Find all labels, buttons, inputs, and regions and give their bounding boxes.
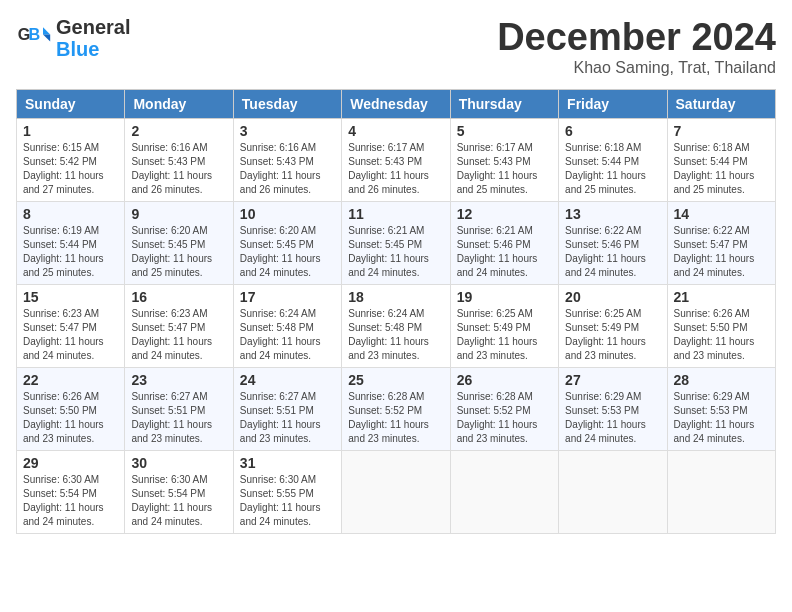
day-info: Sunrise: 6:30 AM Sunset: 5:54 PM Dayligh…: [23, 473, 118, 529]
day-number: 17: [240, 289, 335, 305]
col-monday: Monday: [125, 90, 233, 119]
day-info: Sunrise: 6:16 AM Sunset: 5:43 PM Dayligh…: [240, 141, 335, 197]
day-number: 18: [348, 289, 443, 305]
day-number: 26: [457, 372, 552, 388]
day-info: Sunrise: 6:28 AM Sunset: 5:52 PM Dayligh…: [457, 390, 552, 446]
calendar-header-row: Sunday Monday Tuesday Wednesday Thursday…: [17, 90, 776, 119]
table-row: [667, 451, 775, 534]
table-row: 9Sunrise: 6:20 AM Sunset: 5:45 PM Daylig…: [125, 202, 233, 285]
day-info: Sunrise: 6:30 AM Sunset: 5:55 PM Dayligh…: [240, 473, 335, 529]
day-number: 14: [674, 206, 769, 222]
day-info: Sunrise: 6:20 AM Sunset: 5:45 PM Dayligh…: [131, 224, 226, 280]
table-row: 6Sunrise: 6:18 AM Sunset: 5:44 PM Daylig…: [559, 119, 667, 202]
table-row: 23Sunrise: 6:27 AM Sunset: 5:51 PM Dayli…: [125, 368, 233, 451]
table-row: 1Sunrise: 6:15 AM Sunset: 5:42 PM Daylig…: [17, 119, 125, 202]
table-row: 30Sunrise: 6:30 AM Sunset: 5:54 PM Dayli…: [125, 451, 233, 534]
day-number: 2: [131, 123, 226, 139]
day-number: 23: [131, 372, 226, 388]
table-row: 29Sunrise: 6:30 AM Sunset: 5:54 PM Dayli…: [17, 451, 125, 534]
table-row: 14Sunrise: 6:22 AM Sunset: 5:47 PM Dayli…: [667, 202, 775, 285]
svg-marker-3: [43, 34, 50, 41]
day-number: 8: [23, 206, 118, 222]
day-info: Sunrise: 6:29 AM Sunset: 5:53 PM Dayligh…: [674, 390, 769, 446]
day-number: 5: [457, 123, 552, 139]
day-number: 11: [348, 206, 443, 222]
day-number: 22: [23, 372, 118, 388]
col-wednesday: Wednesday: [342, 90, 450, 119]
table-row: 15Sunrise: 6:23 AM Sunset: 5:47 PM Dayli…: [17, 285, 125, 368]
day-info: Sunrise: 6:23 AM Sunset: 5:47 PM Dayligh…: [131, 307, 226, 363]
day-number: 27: [565, 372, 660, 388]
table-row: 26Sunrise: 6:28 AM Sunset: 5:52 PM Dayli…: [450, 368, 558, 451]
day-info: Sunrise: 6:29 AM Sunset: 5:53 PM Dayligh…: [565, 390, 660, 446]
day-number: 31: [240, 455, 335, 471]
day-info: Sunrise: 6:24 AM Sunset: 5:48 PM Dayligh…: [240, 307, 335, 363]
day-number: 24: [240, 372, 335, 388]
page-header: G B General Blue December 2024 Khao Sami…: [16, 16, 776, 77]
table-row: [559, 451, 667, 534]
table-row: 7Sunrise: 6:18 AM Sunset: 5:44 PM Daylig…: [667, 119, 775, 202]
table-row: 5Sunrise: 6:17 AM Sunset: 5:43 PM Daylig…: [450, 119, 558, 202]
day-number: 10: [240, 206, 335, 222]
day-number: 30: [131, 455, 226, 471]
logo: G B General Blue: [16, 16, 130, 60]
day-info: Sunrise: 6:27 AM Sunset: 5:51 PM Dayligh…: [240, 390, 335, 446]
day-info: Sunrise: 6:20 AM Sunset: 5:45 PM Dayligh…: [240, 224, 335, 280]
table-row: 13Sunrise: 6:22 AM Sunset: 5:46 PM Dayli…: [559, 202, 667, 285]
day-number: 28: [674, 372, 769, 388]
logo-icon: G B: [16, 20, 52, 56]
calendar-week-row: 29Sunrise: 6:30 AM Sunset: 5:54 PM Dayli…: [17, 451, 776, 534]
calendar-week-row: 22Sunrise: 6:26 AM Sunset: 5:50 PM Dayli…: [17, 368, 776, 451]
logo-text-line1: General: [56, 16, 130, 38]
day-number: 12: [457, 206, 552, 222]
day-number: 13: [565, 206, 660, 222]
day-info: Sunrise: 6:19 AM Sunset: 5:44 PM Dayligh…: [23, 224, 118, 280]
table-row: 10Sunrise: 6:20 AM Sunset: 5:45 PM Dayli…: [233, 202, 341, 285]
col-friday: Friday: [559, 90, 667, 119]
svg-text:B: B: [29, 25, 41, 43]
table-row: 20Sunrise: 6:25 AM Sunset: 5:49 PM Dayli…: [559, 285, 667, 368]
calendar-week-row: 8Sunrise: 6:19 AM Sunset: 5:44 PM Daylig…: [17, 202, 776, 285]
table-row: 3Sunrise: 6:16 AM Sunset: 5:43 PM Daylig…: [233, 119, 341, 202]
table-row: 18Sunrise: 6:24 AM Sunset: 5:48 PM Dayli…: [342, 285, 450, 368]
table-row: 11Sunrise: 6:21 AM Sunset: 5:45 PM Dayli…: [342, 202, 450, 285]
table-row: 2Sunrise: 6:16 AM Sunset: 5:43 PM Daylig…: [125, 119, 233, 202]
day-number: 15: [23, 289, 118, 305]
title-block: December 2024 Khao Saming, Trat, Thailan…: [497, 16, 776, 77]
day-info: Sunrise: 6:26 AM Sunset: 5:50 PM Dayligh…: [674, 307, 769, 363]
day-info: Sunrise: 6:22 AM Sunset: 5:47 PM Dayligh…: [674, 224, 769, 280]
day-number: 7: [674, 123, 769, 139]
day-info: Sunrise: 6:16 AM Sunset: 5:43 PM Dayligh…: [131, 141, 226, 197]
table-row: [450, 451, 558, 534]
day-info: Sunrise: 6:21 AM Sunset: 5:45 PM Dayligh…: [348, 224, 443, 280]
table-row: [342, 451, 450, 534]
day-info: Sunrise: 6:21 AM Sunset: 5:46 PM Dayligh…: [457, 224, 552, 280]
day-info: Sunrise: 6:15 AM Sunset: 5:42 PM Dayligh…: [23, 141, 118, 197]
day-info: Sunrise: 6:25 AM Sunset: 5:49 PM Dayligh…: [457, 307, 552, 363]
col-sunday: Sunday: [17, 90, 125, 119]
day-info: Sunrise: 6:22 AM Sunset: 5:46 PM Dayligh…: [565, 224, 660, 280]
day-number: 29: [23, 455, 118, 471]
day-number: 16: [131, 289, 226, 305]
day-info: Sunrise: 6:17 AM Sunset: 5:43 PM Dayligh…: [348, 141, 443, 197]
day-info: Sunrise: 6:18 AM Sunset: 5:44 PM Dayligh…: [674, 141, 769, 197]
table-row: 24Sunrise: 6:27 AM Sunset: 5:51 PM Dayli…: [233, 368, 341, 451]
day-info: Sunrise: 6:28 AM Sunset: 5:52 PM Dayligh…: [348, 390, 443, 446]
table-row: 19Sunrise: 6:25 AM Sunset: 5:49 PM Dayli…: [450, 285, 558, 368]
table-row: 21Sunrise: 6:26 AM Sunset: 5:50 PM Dayli…: [667, 285, 775, 368]
day-number: 20: [565, 289, 660, 305]
day-number: 3: [240, 123, 335, 139]
table-row: 17Sunrise: 6:24 AM Sunset: 5:48 PM Dayli…: [233, 285, 341, 368]
day-info: Sunrise: 6:27 AM Sunset: 5:51 PM Dayligh…: [131, 390, 226, 446]
col-tuesday: Tuesday: [233, 90, 341, 119]
calendar-week-row: 1Sunrise: 6:15 AM Sunset: 5:42 PM Daylig…: [17, 119, 776, 202]
day-info: Sunrise: 6:17 AM Sunset: 5:43 PM Dayligh…: [457, 141, 552, 197]
day-info: Sunrise: 6:18 AM Sunset: 5:44 PM Dayligh…: [565, 141, 660, 197]
day-number: 25: [348, 372, 443, 388]
table-row: 25Sunrise: 6:28 AM Sunset: 5:52 PM Dayli…: [342, 368, 450, 451]
table-row: 31Sunrise: 6:30 AM Sunset: 5:55 PM Dayli…: [233, 451, 341, 534]
calendar-title: December 2024: [497, 16, 776, 59]
table-row: 22Sunrise: 6:26 AM Sunset: 5:50 PM Dayli…: [17, 368, 125, 451]
day-number: 19: [457, 289, 552, 305]
table-row: 27Sunrise: 6:29 AM Sunset: 5:53 PM Dayli…: [559, 368, 667, 451]
